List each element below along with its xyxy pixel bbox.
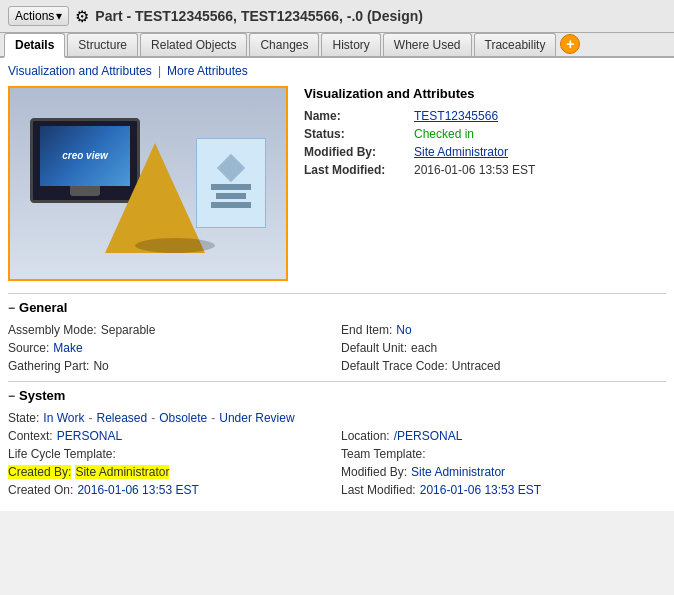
state-row: State: In Work - Released - Obsolete - U… <box>8 411 666 425</box>
system-toggle[interactable]: − <box>8 389 15 403</box>
tab-traceability[interactable]: Traceability <box>474 33 557 56</box>
more-attributes-link[interactable]: More Attributes <box>167 64 248 78</box>
default-unit-value: each <box>411 341 437 355</box>
attr-modifiedby-value[interactable]: Site Administrator <box>414 145 508 159</box>
location-label: Location: <box>341 429 390 443</box>
blueprint-shape <box>196 138 266 228</box>
sys-last-modified-value[interactable]: 2016-01-06 13:53 EST <box>420 483 541 497</box>
end-item-row: End Item: No <box>341 323 666 337</box>
viz-attributes-link[interactable]: Visualization and Attributes <box>8 64 152 78</box>
attr-status-value: Checked in <box>414 127 474 141</box>
top-bar: Actions ▾ ⚙ Part - TEST12345566, TEST123… <box>0 0 674 33</box>
attributes-panel: Visualization and Attributes Name: TEST1… <box>304 86 666 281</box>
tab-structure[interactable]: Structure <box>67 33 138 56</box>
system-fields: State: In Work - Released - Obsolete - U… <box>8 411 666 497</box>
monitor-stand <box>70 186 100 196</box>
add-tab-button[interactable]: + <box>560 34 580 54</box>
tab-changes[interactable]: Changes <box>249 33 319 56</box>
attr-status-label: Status: <box>304 127 414 141</box>
system-title: System <box>19 388 65 403</box>
end-item-value[interactable]: No <box>396 323 411 337</box>
default-unit-label: Default Unit: <box>341 341 407 355</box>
sys-last-modified-row: Last Modified: 2016-01-06 13:53 EST <box>341 483 666 497</box>
general-section-header: − General <box>8 300 666 315</box>
sys-modified-by-row: Modified By: Site Administrator <box>341 465 666 479</box>
team-template-label: Team Template: <box>341 447 426 461</box>
created-by-row: Created By: Site Administrator <box>8 465 333 479</box>
created-on-value[interactable]: 2016-01-06 13:53 EST <box>77 483 198 497</box>
end-item-label: End Item: <box>341 323 392 337</box>
sub-nav: Visualization and Attributes | More Attr… <box>8 64 666 78</box>
attr-modifiedby-label: Modified By: <box>304 145 414 159</box>
blueprint-line-3 <box>211 202 251 208</box>
source-row: Source: Make <box>8 341 333 355</box>
content-area: Visualization and Attributes | More Attr… <box>0 58 674 511</box>
general-toggle[interactable]: − <box>8 301 15 315</box>
attr-name-label: Name: <box>304 109 414 123</box>
assembly-mode-value: Separable <box>101 323 156 337</box>
source-value[interactable]: Make <box>53 341 82 355</box>
tab-where-used[interactable]: Where Used <box>383 33 472 56</box>
default-unit-row: Default Unit: each <box>341 341 666 355</box>
gathering-part-row: Gathering Part: No <box>8 359 333 373</box>
source-label: Source: <box>8 341 49 355</box>
default-trace-code-row: Default Trace Code: Untraced <box>341 359 666 373</box>
state-obsolete[interactable]: Obsolete <box>159 411 207 425</box>
assembly-mode-row: Assembly Mode: Separable <box>8 323 333 337</box>
pyramid-shape <box>105 143 205 253</box>
created-by-label: Created By: <box>8 465 71 479</box>
visualization-section: creo view Visu <box>8 86 666 281</box>
attr-lastmodified-label: Last Modified: <box>304 163 414 177</box>
creo-label: creo view <box>62 150 108 161</box>
state-inwork[interactable]: In Work <box>43 411 84 425</box>
attr-lastmodified-value: 2016-01-06 13:53 EST <box>414 163 535 177</box>
created-on-label: Created On: <box>8 483 73 497</box>
sys-last-modified-label: Last Modified: <box>341 483 416 497</box>
page-title: Part - TEST12345566, TEST12345566, -.0 (… <box>95 8 423 24</box>
general-section: − General Assembly Mode: Separable End I… <box>8 293 666 373</box>
attr-name-row: Name: TEST12345566 <box>304 109 666 123</box>
blueprint-lines <box>211 184 251 208</box>
actions-label: Actions <box>15 9 54 23</box>
system-section: − System State: In Work - Released - Obs… <box>8 381 666 497</box>
state-released[interactable]: Released <box>96 411 147 425</box>
actions-button[interactable]: Actions ▾ <box>8 6 69 26</box>
attr-modifiedby-row: Modified By: Site Administrator <box>304 145 666 159</box>
dropdown-arrow: ▾ <box>56 9 62 23</box>
created-by-value: Site Administrator <box>75 465 169 479</box>
default-trace-code-value: Untraced <box>452 359 501 373</box>
state-under-review[interactable]: Under Review <box>219 411 294 425</box>
attr-name-value[interactable]: TEST12345566 <box>414 109 498 123</box>
blueprint-line-2 <box>216 193 246 199</box>
viz-panel-title: Visualization and Attributes <box>304 86 666 101</box>
tab-history[interactable]: History <box>321 33 380 56</box>
general-title: General <box>19 300 67 315</box>
visualization-preview[interactable]: creo view <box>8 86 288 281</box>
tab-details[interactable]: Details <box>4 33 65 58</box>
attr-status-row: Status: Checked in <box>304 127 666 141</box>
lifecycle-template-label: Life Cycle Template: <box>8 447 116 461</box>
sub-nav-sep: | <box>158 64 161 78</box>
attr-lastmodified-row: Last Modified: 2016-01-06 13:53 EST <box>304 163 666 177</box>
location-row: Location: /PERSONAL <box>341 429 666 443</box>
context-label: Context: <box>8 429 53 443</box>
team-template-row: Team Template: <box>341 447 666 461</box>
lifecycle-template-row: Life Cycle Template: <box>8 447 333 461</box>
tab-related-objects[interactable]: Related Objects <box>140 33 247 56</box>
sys-modified-by-value[interactable]: Site Administrator <box>411 465 505 479</box>
blueprint-line-1 <box>211 184 251 190</box>
state-label: State: <box>8 411 39 425</box>
preview-inner: creo view <box>10 88 286 279</box>
general-fields: Assembly Mode: Separable End Item: No So… <box>8 323 666 373</box>
context-value[interactable]: PERSONAL <box>57 429 122 443</box>
tabs-bar: Details Structure Related Objects Change… <box>0 33 674 58</box>
location-value[interactable]: /PERSONAL <box>394 429 463 443</box>
pyramid-shadow <box>135 238 215 253</box>
context-row: Context: PERSONAL <box>8 429 333 443</box>
system-section-header: − System <box>8 388 666 403</box>
sys-modified-by-label: Modified By: <box>341 465 407 479</box>
gathering-part-label: Gathering Part: <box>8 359 89 373</box>
gear-icon[interactable]: ⚙ <box>75 7 89 26</box>
assembly-mode-label: Assembly Mode: <box>8 323 97 337</box>
blueprint-diamond <box>217 154 245 182</box>
